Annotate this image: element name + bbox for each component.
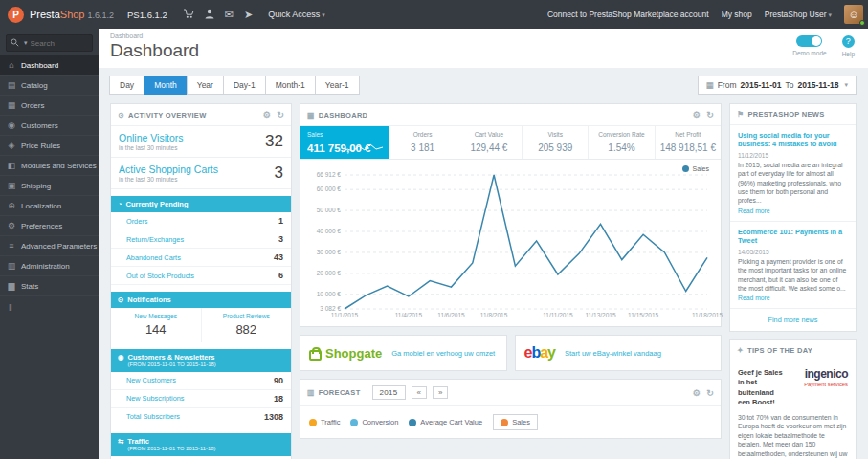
sidebar-item-administration[interactable]: ▥Administration bbox=[0, 256, 99, 276]
sidebar-item-advanced-parameters[interactable]: ≡Advanced Parameters bbox=[0, 236, 99, 256]
y-axis-tick: 50 000 € bbox=[308, 207, 341, 213]
news-article: Ecommerce 101: Payments in a Tweet 14/05… bbox=[730, 222, 856, 309]
x-axis-tick: 11/13/2015 bbox=[585, 312, 615, 318]
marketplace-link[interactable]: Connect to PrestaShop Marketplace accoun… bbox=[547, 10, 709, 19]
range-button-month-1[interactable]: Month-1 bbox=[265, 76, 316, 95]
puzzle-icon: ◧ bbox=[7, 161, 16, 170]
range-button-year-1[interactable]: Year-1 bbox=[315, 76, 360, 95]
sidebar-item-label: Orders bbox=[21, 101, 44, 110]
gear-icon[interactable]: ⚙ bbox=[693, 110, 701, 120]
sidebar-item-preferences[interactable]: ⚙Preferences bbox=[0, 216, 99, 236]
y-axis-tick: 40 000 € bbox=[308, 228, 341, 234]
demo-mode-toggle[interactable] bbox=[796, 35, 822, 47]
forecast-legend-average-cart-value[interactable]: Average Cart Value bbox=[409, 418, 482, 426]
forecast-year-select[interactable]: 2015 bbox=[372, 385, 406, 400]
forecast-legend-traffic[interactable]: Traffic bbox=[309, 418, 340, 426]
new-messages-cell[interactable]: New Messages 144 bbox=[111, 308, 202, 342]
notifications-title: Notifications bbox=[127, 295, 170, 304]
article-headline[interactable]: Ecommerce 101: Payments in a Tweet bbox=[738, 228, 848, 246]
kpi-conversion-rate[interactable]: Conversion Rate 1.54% bbox=[588, 126, 654, 159]
prestashop-logo[interactable]: P bbox=[8, 7, 24, 23]
right-column: ⚑ PRESTASHOP NEWS Using social media for… bbox=[729, 103, 857, 459]
kpi-orders[interactable]: Orders 3 181 bbox=[389, 126, 455, 159]
quick-access-menu[interactable]: Quick Access▾ bbox=[268, 10, 325, 19]
sales-chart: Sales 3 082 €10 000 €20 000 €30 000 €40 … bbox=[308, 167, 713, 322]
forecast-prev-button[interactable]: « bbox=[412, 386, 427, 399]
refresh-icon[interactable]: ↻ bbox=[706, 388, 714, 398]
legend-dot bbox=[682, 165, 689, 172]
avatar[interactable]: ☺ bbox=[844, 5, 863, 24]
pending-orders-row[interactable]: Orders1 bbox=[111, 212, 291, 230]
sidebar-item-orders[interactable]: ▦Orders bbox=[0, 96, 99, 116]
out-of-stock-row[interactable]: Out of Stock Products6 bbox=[111, 267, 291, 285]
search-scope-caret-icon[interactable]: ▾ bbox=[24, 39, 28, 47]
brand-shop: Shop bbox=[60, 9, 85, 20]
x-axis-tick: 11/1/2015 bbox=[331, 312, 358, 318]
gear-icon[interactable]: ⚙ bbox=[263, 110, 271, 120]
pending-returns-row[interactable]: Return/Exchanges3 bbox=[111, 230, 291, 249]
kpi-net-profit[interactable]: Net Profit 148 918,51 € bbox=[655, 126, 721, 159]
user-menu[interactable]: PrestaShop User▾ bbox=[765, 10, 832, 19]
flag-icon: ⚑ bbox=[737, 110, 744, 119]
ebay-promo[interactable]: ebay Start uw eBay-winkel vandaag bbox=[515, 335, 723, 371]
pulse-icon: ⊙ bbox=[118, 111, 124, 120]
shopgate-promo[interactable]: Shopgate Ga mobiel en verhoog uw omzet bbox=[300, 335, 507, 371]
orders-icon: ▦ bbox=[7, 100, 16, 110]
sidebar-collapse-toggle[interactable]: ‖ bbox=[0, 296, 99, 319]
forecast-legend-sales[interactable]: Sales bbox=[493, 414, 538, 430]
help-icon[interactable]: ? bbox=[842, 35, 855, 48]
help-control: ? Help bbox=[842, 35, 855, 57]
date-range-picker[interactable]: ▦ From 2015-11-01 To 2015-11-18 ▾ bbox=[698, 76, 857, 95]
sidebar-item-label: Shipping bbox=[21, 182, 51, 190]
sidebar-item-shipping[interactable]: ▣Shipping bbox=[0, 176, 99, 196]
breadcrumb[interactable]: Dashboard bbox=[110, 33, 857, 39]
total-subscribers-row[interactable]: Total Subscribers1308 bbox=[111, 408, 291, 426]
find-more-news-link[interactable]: Find more news bbox=[730, 309, 856, 331]
cart-icon[interactable] bbox=[183, 9, 194, 21]
sidebar-item-localization[interactable]: ⊕Localization bbox=[0, 196, 99, 216]
sidebar-item-label: Localization bbox=[21, 202, 61, 210]
range-button-day[interactable]: Day bbox=[109, 76, 145, 95]
article-body: In 2015, social media are an integral pa… bbox=[738, 161, 848, 206]
shopgate-link[interactable]: Ga mobiel en verhoog uw omzet bbox=[391, 349, 495, 358]
sidebar-item-customers[interactable]: ◉Customers bbox=[0, 116, 99, 136]
range-button-month[interactable]: Month bbox=[144, 76, 188, 95]
traffic-subtitle: (FROM 2015-11-01 TO 2015-11-18) bbox=[127, 446, 215, 452]
read-more-link[interactable]: Read more bbox=[738, 208, 770, 214]
active-carts-link[interactable]: Active Shopping Carts bbox=[119, 164, 218, 175]
online-visitors-link[interactable]: Online Visitors bbox=[119, 132, 184, 143]
abandoned-carts-row[interactable]: Abandoned Carts43 bbox=[111, 249, 291, 267]
gear-icon[interactable]: ⚙ bbox=[693, 388, 701, 398]
kpi-sales[interactable]: Sales 411 759,00 € bbox=[300, 126, 389, 159]
sidebar-item-dashboard[interactable]: ⌂Dashboard bbox=[0, 55, 99, 76]
my-shop-link[interactable]: My shop bbox=[722, 10, 752, 19]
kpi-cart-value[interactable]: Cart Value 129,44 € bbox=[456, 126, 522, 159]
read-more-link[interactable]: Read more bbox=[738, 295, 770, 301]
refresh-icon[interactable]: ↻ bbox=[706, 110, 714, 120]
kpi-visits[interactable]: Visits 205 939 bbox=[522, 126, 588, 159]
ebay-link[interactable]: Start uw eBay-winkel vandaag bbox=[565, 349, 661, 358]
new-subscriptions-row[interactable]: New Subscriptions18 bbox=[111, 390, 291, 408]
forecast-panel-header: ▥ FORECAST 2015 « » ⚙↻ bbox=[300, 380, 721, 406]
mail-icon[interactable]: ✉ bbox=[225, 10, 234, 20]
sidebar-item-label: Price Rules bbox=[21, 142, 60, 150]
rocket-icon[interactable]: ➤ bbox=[244, 10, 253, 20]
forecast-next-button[interactable]: » bbox=[433, 386, 448, 399]
user-icon[interactable] bbox=[205, 9, 214, 21]
product-reviews-cell[interactable]: Product Reviews 882 bbox=[202, 308, 292, 342]
range-button-year[interactable]: Year bbox=[187, 76, 224, 95]
sidebar-item-price-rules[interactable]: ◈Price Rules bbox=[0, 136, 99, 156]
range-button-day-1[interactable]: Day-1 bbox=[223, 76, 266, 95]
sidebar-item-catalog[interactable]: ▤Catalog bbox=[0, 76, 99, 96]
chart-legend[interactable]: Sales bbox=[682, 165, 709, 172]
sidebar-item-stats[interactable]: ▆Stats bbox=[0, 276, 99, 296]
tips-body: 30 tot 70% van de consumenten in Europa … bbox=[730, 410, 856, 459]
y-axis-tick: 60 000 € bbox=[308, 186, 341, 192]
search-input[interactable] bbox=[31, 39, 84, 48]
sidebar-item-modules[interactable]: ◧Modules and Services bbox=[0, 156, 99, 176]
article-headline[interactable]: Using social media for your business: 4 … bbox=[738, 131, 848, 149]
new-customers-row[interactable]: New Customers90 bbox=[111, 372, 291, 390]
activity-overview-panel: ⊙ ACTIVITY OVERVIEW ⚙↻ Online Visitors i… bbox=[110, 103, 292, 459]
refresh-icon[interactable]: ↻ bbox=[277, 110, 284, 120]
forecast-legend-conversion[interactable]: Conversion bbox=[350, 418, 398, 426]
